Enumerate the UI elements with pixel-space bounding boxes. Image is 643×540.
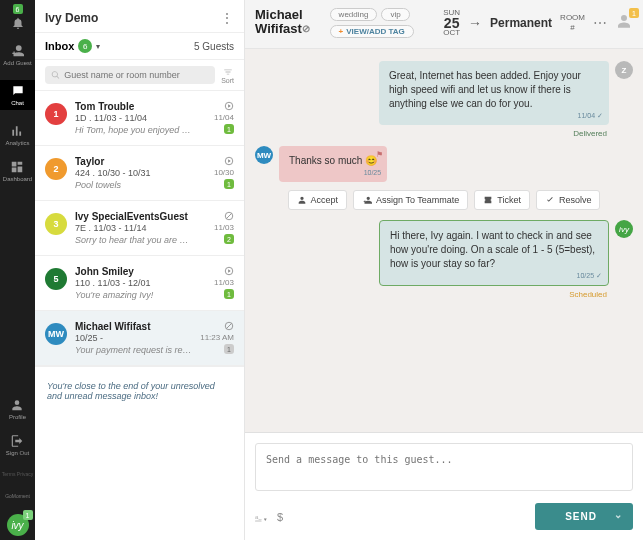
message-status: Delivered — [255, 129, 607, 138]
item-sub: 110 . 11/03 - 12/01 — [75, 278, 192, 288]
template-icon[interactable]: ⎁▾ — [255, 511, 269, 523]
message-input[interactable] — [255, 443, 633, 491]
rail-chat[interactable]: Chat — [0, 80, 35, 110]
room-label: ROOM — [560, 13, 585, 23]
search-box[interactable] — [45, 66, 215, 84]
pending-icon — [224, 101, 234, 111]
item-preview: Hi Tom, hope you enjoyed yo... — [75, 125, 192, 135]
checkout-label: Permanent — [490, 18, 552, 28]
guest-avatar: MW — [255, 146, 273, 164]
inbox-item[interactable]: 1Tom Trouble1D . 11/03 - 11/04Hi Tom, ho… — [35, 91, 244, 146]
message-time: 11/04 ✓ — [578, 109, 603, 123]
analytics-icon — [10, 124, 24, 138]
item-name: John Smiley — [75, 266, 192, 277]
flag-icon[interactable]: ⚑ — [376, 148, 383, 162]
ivy-logo[interactable]: ivy 1 — [7, 514, 29, 536]
payment-icon[interactable]: $ — [277, 511, 283, 523]
message-bubble[interactable]: ⚑Thanks so much 😊10/25 — [279, 146, 387, 182]
trip-info: SUN 25 OCT → Permanent ROOM # ⋯ 1 — [443, 8, 633, 38]
chat-column: Michael Wififast⊘ wedding vip +VIEW/ADD … — [245, 0, 643, 540]
inbox-item[interactable]: MWMichael Wififast10/25 -Your payment re… — [35, 311, 244, 366]
sort-button[interactable]: Sort — [221, 67, 234, 84]
avatar: 3 — [45, 213, 67, 235]
inbox-item[interactable]: 2Taylor424 . 10/30 - 10/31Pool towels10/… — [35, 146, 244, 201]
rail-dashboard[interactable]: Dashboard — [3, 160, 32, 182]
message-row: MW⚑Thanks so much 😊10/25 — [255, 146, 633, 182]
chat-header: Michael Wififast⊘ wedding vip +VIEW/ADD … — [245, 0, 643, 49]
inbox-tab-label: Inbox — [45, 40, 74, 52]
send-button[interactable]: SEND — [535, 503, 633, 530]
rail-profile[interactable]: Profile — [9, 398, 26, 420]
rail-analytics[interactable]: Analytics — [5, 124, 29, 146]
tag-wedding[interactable]: wedding — [330, 8, 378, 21]
action-label: Assign To Teammate — [376, 195, 459, 205]
item-time: 10/30 — [214, 168, 234, 177]
search-row: Sort — [35, 60, 244, 91]
action-resolve[interactable]: Resolve — [536, 190, 601, 210]
rail-label: Profile — [9, 414, 26, 420]
composer-tools: ⎁▾ $ — [255, 511, 283, 523]
message-row: ivyHi there, Ivy again. I want to check … — [255, 220, 633, 286]
action-ticket[interactable]: Ticket — [474, 190, 530, 210]
item-badge: 1 — [224, 344, 234, 354]
message-bubble[interactable]: Great, Internet has been added. Enjoy yo… — [379, 61, 609, 125]
message-actions: AcceptAssign To TeammateTicketResolve — [255, 190, 633, 210]
item-time: 11/03 — [214, 278, 234, 287]
user-icon — [10, 398, 24, 412]
sort-icon — [223, 67, 233, 77]
action-accept[interactable]: Accept — [288, 190, 348, 210]
inbox-item[interactable]: 5John Smiley110 . 11/03 - 12/01You're am… — [35, 256, 244, 311]
message-status: Scheduled — [255, 290, 607, 299]
item-sub: 424 . 10/30 - 10/31 — [75, 168, 192, 178]
inbox-menu-icon[interactable]: ⋮ — [220, 10, 234, 26]
item-sub: 7E . 11/03 - 11/14 — [75, 223, 192, 233]
inbox-end-note: You're close to the end of your unresolv… — [35, 366, 244, 415]
legal-links[interactable]: Terms Privacy — [2, 470, 33, 478]
avatar: 1 — [45, 103, 67, 125]
sort-label: Sort — [221, 77, 234, 84]
action-label: Ticket — [497, 195, 521, 205]
item-badge: 1 — [224, 124, 234, 134]
user-badge: 1 — [629, 8, 639, 18]
left-nav-rail: 6 Add Guest Chat Analytics Dashboard Pro… — [0, 0, 35, 540]
item-name: Taylor — [75, 156, 192, 167]
item-name: Tom Trouble — [75, 101, 192, 112]
rail-signout[interactable]: Sign Out — [6, 434, 29, 456]
property-name: Ivy Demo — [45, 11, 98, 25]
tag-vip[interactable]: vip — [381, 8, 409, 21]
action-assign[interactable]: Assign To Teammate — [353, 190, 468, 210]
ivy-avatar: ivy — [615, 220, 633, 238]
guest-name: Michael Wififast⊘ — [255, 8, 322, 36]
rail-label: Dashboard — [3, 176, 32, 182]
message-bubble[interactable]: Hi there, Ivy again. I want to check in … — [379, 220, 609, 286]
search-input[interactable] — [64, 70, 209, 80]
action-label: Accept — [311, 195, 339, 205]
inbox-header: Ivy Demo ⋮ — [35, 0, 244, 33]
guest-profile-button[interactable]: 1 — [615, 12, 633, 34]
rail-add-guest[interactable]: Add Guest — [3, 44, 31, 66]
ticket-icon — [483, 195, 493, 205]
inbox-tab[interactable]: Inbox 6 ▾ — [45, 39, 100, 53]
item-preview: Your payment request is read... — [75, 345, 192, 355]
item-name: Michael Wififast — [75, 321, 192, 332]
signout-icon — [10, 434, 24, 448]
rail-alerts[interactable]: 6 — [11, 4, 25, 30]
checkin-month: OCT — [443, 28, 460, 38]
blocked-icon — [224, 321, 234, 331]
svg-line-6 — [227, 324, 232, 329]
item-preview: Sorry to hear that you are ex... — [75, 235, 192, 245]
item-preview: You're amazing Ivy! — [75, 290, 192, 300]
view-add-tag[interactable]: +VIEW/ADD TAG — [330, 25, 414, 38]
chat-header-menu[interactable]: ⋯ — [593, 15, 607, 31]
guest-count: 5 Guests — [194, 41, 234, 52]
item-name: Ivy SpecialEventsGuest — [75, 211, 192, 222]
avatar: 2 — [45, 158, 67, 180]
guest-name-text: Michael Wififast — [255, 7, 303, 36]
composer: ⎁▾ $ SEND — [245, 432, 643, 540]
rail-label: Analytics — [5, 140, 29, 146]
inbox-column: Ivy Demo ⋮ Inbox 6 ▾ 5 Guests Sort 1Tom … — [35, 0, 245, 540]
chat-body: ZGreat, Internet has been added. Enjoy y… — [245, 49, 643, 432]
inbox-item[interactable]: 3Ivy SpecialEventsGuest7E . 11/03 - 11/1… — [35, 201, 244, 256]
message-text: Thanks so much 😊 — [289, 155, 377, 166]
accept-icon — [297, 195, 307, 205]
